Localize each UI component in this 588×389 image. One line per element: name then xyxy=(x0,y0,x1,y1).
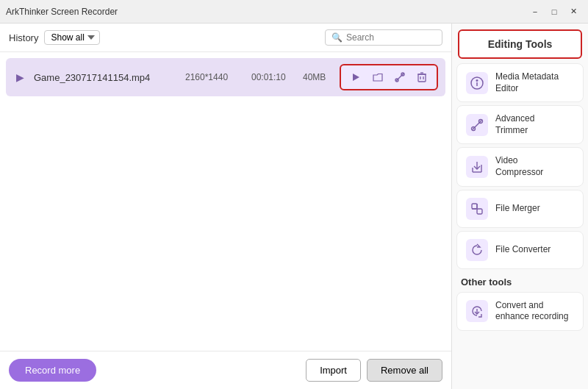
play-button[interactable] xyxy=(347,68,365,86)
history-label: History xyxy=(9,32,38,43)
media-metadata-icon xyxy=(466,72,488,94)
tool-advanced-trimmer[interactable]: AdvancedTrimmer xyxy=(456,105,584,144)
media-metadata-label: Media MetadataEditor xyxy=(495,71,559,94)
advanced-trimmer-icon xyxy=(466,114,488,136)
video-compressor-icon xyxy=(466,156,488,178)
footer: Record more Import Remove all xyxy=(0,351,451,389)
close-button[interactable]: ✕ xyxy=(564,4,582,19)
folder-button[interactable] xyxy=(369,68,387,86)
show-all-select[interactable]: Show all xyxy=(44,30,100,45)
svg-point-11 xyxy=(476,79,478,81)
delete-button[interactable] xyxy=(413,68,431,86)
convert-enhance-icon xyxy=(466,300,488,322)
convert-enhance-label: Convert andenhance recording xyxy=(495,300,568,323)
file-duration: 00:01:10 xyxy=(251,72,295,82)
editing-tools-header: Editing Tools xyxy=(458,29,582,59)
svg-rect-4 xyxy=(418,74,426,82)
svg-rect-20 xyxy=(477,209,482,214)
editing-tools-title: Editing Tools xyxy=(488,38,553,50)
tool-media-metadata[interactable]: Media MetadataEditor xyxy=(456,63,584,102)
file-converter-icon xyxy=(466,239,488,261)
search-box: 🔍 xyxy=(325,29,442,46)
import-button[interactable]: Import xyxy=(306,359,361,382)
main-container: History Show all 🔍 ▶ Game_230717141154.m… xyxy=(0,24,588,389)
left-panel: History Show all 🔍 ▶ Game_230717141154.m… xyxy=(0,24,452,389)
file-list: ▶ Game_230717141154.mp4 2160*1440 00:01:… xyxy=(0,52,451,351)
svg-rect-19 xyxy=(472,204,477,209)
file-merger-label: File Merger xyxy=(495,203,540,215)
file-merger-icon xyxy=(466,198,488,220)
table-row[interactable]: ▶ Game_230717141154.mp4 2160*1440 00:01:… xyxy=(6,58,445,96)
maximize-button[interactable]: □ xyxy=(545,4,563,19)
file-name: Game_230717141154.mp4 xyxy=(34,72,178,83)
right-panel: Editing Tools Media MetadataEditor xyxy=(452,24,588,389)
trim-button[interactable] xyxy=(391,68,409,86)
video-compressor-label: VideoCompressor xyxy=(495,155,543,178)
tool-file-converter[interactable]: File Converter xyxy=(456,231,584,269)
tool-convert-enhance[interactable]: Convert andenhance recording xyxy=(456,292,584,331)
remove-all-button[interactable]: Remove all xyxy=(367,359,442,382)
file-resolution: 2160*1440 xyxy=(185,72,244,82)
file-converter-label: File Converter xyxy=(495,244,551,256)
file-size: 40MB xyxy=(303,72,332,82)
header-bar: History Show all 🔍 xyxy=(0,24,451,52)
svg-line-12 xyxy=(473,121,481,129)
tool-video-compressor[interactable]: VideoCompressor xyxy=(456,147,584,186)
other-tools-header: Other tools xyxy=(452,271,588,290)
svg-marker-0 xyxy=(353,74,359,81)
record-more-button[interactable]: Record more xyxy=(9,359,96,382)
app-title: ArkThinker Screen Recorder xyxy=(6,7,526,17)
advanced-trimmer-label: AdvancedTrimmer xyxy=(495,113,534,136)
svg-line-1 xyxy=(396,74,404,81)
search-input[interactable] xyxy=(346,32,434,43)
file-actions xyxy=(340,64,438,90)
tool-file-merger[interactable]: File Merger xyxy=(456,190,584,228)
file-type-icon: ▶ xyxy=(13,71,26,83)
minimize-button[interactable]: − xyxy=(526,4,544,19)
title-bar-controls: − □ ✕ xyxy=(526,4,582,19)
title-bar: ArkThinker Screen Recorder − □ ✕ xyxy=(0,0,588,24)
search-icon: 🔍 xyxy=(331,32,343,43)
